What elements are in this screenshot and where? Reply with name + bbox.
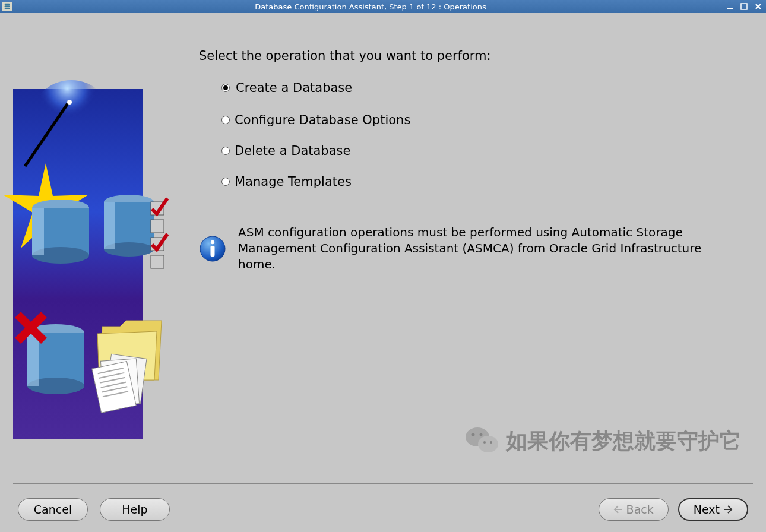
radio-configure-database-options[interactable]: Configure Database Options [221, 113, 742, 127]
svg-rect-4 [741, 4, 747, 10]
button-bar: Cancel Help Back Next [0, 495, 766, 532]
window-title: Database Configuration Assistant, Step 1… [17, 2, 724, 11]
app-icon [2, 2, 12, 11]
radio-label: Configure Database Options [235, 113, 410, 127]
radio-label: Manage Templates [235, 175, 352, 189]
svg-point-42 [490, 441, 492, 444]
svg-rect-1 [5, 5, 10, 7]
radio-icon [221, 116, 230, 124]
svg-point-7 [67, 100, 72, 104]
button-label: Back [626, 503, 654, 516]
svg-rect-20 [151, 255, 164, 268]
svg-rect-0 [5, 4, 10, 5]
wechat-icon [464, 425, 500, 457]
instruction-text: Select the operation that you want to pe… [199, 49, 742, 63]
watermark-text: 如果你有梦想就要守护它 [506, 427, 741, 456]
titlebar: Database Configuration Assistant, Step 1… [0, 0, 766, 13]
radio-icon [221, 84, 230, 92]
help-button[interactable]: Help [100, 498, 170, 521]
svg-rect-2 [5, 8, 10, 10]
radio-label: Delete a Database [235, 144, 350, 158]
svg-rect-16 [104, 202, 115, 249]
info-text: ASM configuration operations must be per… [238, 224, 742, 273]
maximize-button[interactable] [739, 2, 749, 11]
minimize-button[interactable] [724, 2, 735, 11]
arrow-right-icon [723, 505, 733, 514]
wizard-illustration [13, 89, 143, 439]
info-row: ASM configuration operations must be per… [199, 224, 742, 273]
next-button[interactable]: Next [678, 498, 748, 521]
svg-rect-3 [727, 8, 733, 10]
svg-point-39 [472, 433, 475, 436]
svg-point-40 [480, 433, 483, 436]
svg-point-41 [483, 441, 486, 444]
cancel-button[interactable]: Cancel [18, 498, 88, 521]
main-panel: Select the operation that you want to pe… [199, 49, 742, 273]
button-label: Help [122, 503, 147, 516]
button-label: Next [694, 503, 720, 516]
arrow-left-icon [613, 505, 623, 514]
radio-create-database[interactable]: Create a Database [221, 80, 742, 96]
svg-rect-18 [151, 220, 164, 233]
svg-rect-24 [27, 332, 39, 386]
info-icon [199, 235, 226, 262]
button-label: Cancel [34, 503, 72, 516]
svg-point-35 [211, 240, 214, 243]
close-button[interactable] [753, 2, 764, 11]
back-button[interactable]: Back [599, 498, 669, 521]
watermark: 如果你有梦想就要守护它 [464, 425, 741, 457]
window-body: Select the operation that you want to pe… [0, 13, 766, 532]
radio-manage-templates[interactable]: Manage Templates [221, 175, 742, 189]
svg-rect-12 [32, 208, 44, 255]
svg-point-37 [466, 428, 489, 446]
radio-icon [221, 178, 230, 186]
radio-label: Create a Database [236, 81, 352, 95]
radio-delete-database[interactable]: Delete a Database [221, 144, 742, 158]
svg-point-5 [30, 80, 113, 163]
radio-icon [221, 147, 230, 155]
operation-radio-group: Create a Database Configure Database Opt… [221, 80, 742, 189]
svg-point-38 [478, 436, 498, 452]
svg-rect-36 [211, 246, 215, 256]
separator [13, 483, 753, 484]
content-area: Select the operation that you want to pe… [0, 13, 766, 483]
